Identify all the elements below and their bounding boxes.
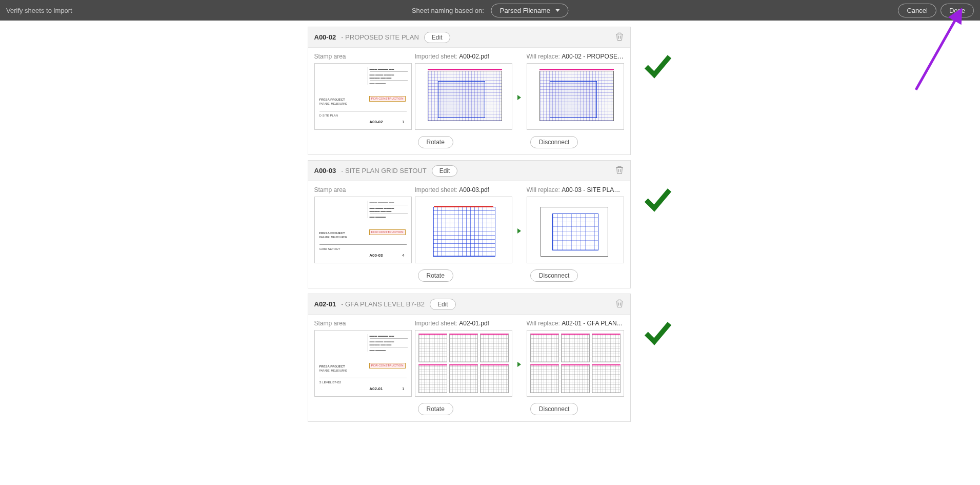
naming-label: Sheet naming based on: <box>412 7 484 14</box>
imported-thumbnail[interactable] <box>415 63 512 130</box>
replace-thumbnail[interactable] <box>527 197 624 263</box>
delete-button[interactable] <box>615 165 624 177</box>
action-row: Rotate Disconnect <box>314 403 624 415</box>
naming-dropdown-value: Parsed Filename <box>500 7 550 14</box>
arrow-icon <box>515 331 524 398</box>
header-title: Verify sheets to import <box>6 7 72 14</box>
rotate-button[interactable]: Rotate <box>418 403 453 415</box>
imported-column: Imported sheet: A00-03.pdf <box>415 186 512 263</box>
rotate-button[interactable]: Rotate <box>418 269 453 282</box>
action-row: Rotate Disconnect <box>314 269 624 282</box>
stamp-column: Stamp area ▬▬▬ ▬▬▬▬ ▬▬ ▬▬ ▬▬▬ ▬▬▬▬ ▬▬▬▬ … <box>314 186 412 263</box>
replace-thumbnail[interactable] <box>527 330 624 397</box>
stamp-column: Stamp area ▬▬▬ ▬▬▬▬ ▬▬ ▬▬ ▬▬▬ ▬▬▬▬ ▬▬▬▬ … <box>314 53 412 130</box>
imported-label: Imported sheet: A00-03.pdf <box>415 186 512 193</box>
status-checkmark <box>643 186 673 218</box>
status-checkmark <box>643 52 673 84</box>
stamp-label: Stamp area <box>314 186 412 193</box>
imported-label: Imported sheet: A00-02.pdf <box>415 53 512 60</box>
edit-button[interactable]: Edit <box>424 32 450 43</box>
sheet-title: - SITE PLAN GRID SETOUT <box>341 167 427 174</box>
stamp-column: Stamp area ▬▬▬ ▬▬▬▬ ▬▬ ▬▬ ▬▬▬ ▬▬▬▬ ▬▬▬▬ … <box>314 320 412 397</box>
header-center: Sheet naming based on: Parsed Filename <box>412 4 568 17</box>
done-button[interactable]: Done <box>941 4 974 17</box>
sheet-id: A00-03 <box>314 167 336 174</box>
chevron-down-icon <box>555 9 559 12</box>
arrow-icon <box>515 198 524 264</box>
delete-button[interactable] <box>615 298 624 310</box>
card-header: A00-02 - PROPOSED SITE PLAN Edit <box>308 27 630 48</box>
card-body: Stamp area ▬▬▬ ▬▬▬▬ ▬▬ ▬▬ ▬▬▬ ▬▬▬▬ ▬▬▬▬ … <box>308 181 630 288</box>
delete-button[interactable] <box>615 31 624 43</box>
sheet-id: A02-01 <box>314 300 336 308</box>
edit-button[interactable]: Edit <box>432 165 458 177</box>
stamp-thumbnail[interactable]: ▬▬▬ ▬▬▬▬ ▬▬ ▬▬ ▬▬▬ ▬▬▬▬ ▬▬▬▬ ▬▬ ▬▬ ▬▬ ▬▬… <box>314 330 412 397</box>
stamp-thumbnail[interactable]: ▬▬▬ ▬▬▬▬ ▬▬ ▬▬ ▬▬▬ ▬▬▬▬ ▬▬▬▬ ▬▬ ▬▬ ▬▬ ▬▬… <box>314 63 412 130</box>
naming-dropdown[interactable]: Parsed Filename <box>491 4 568 17</box>
content-area: A00-02 - PROPOSED SITE PLAN Edit Stamp a… <box>0 21 980 422</box>
trash-icon <box>615 298 624 308</box>
card-header: A00-03 - SITE PLAN GRID SETOUT Edit <box>308 161 630 181</box>
disconnect-button[interactable]: Disconnect <box>530 136 578 148</box>
sheet-title: - GFA PLANS LEVEL B7-B2 <box>341 300 425 308</box>
rotate-button[interactable]: Rotate <box>418 136 453 148</box>
imported-label: Imported sheet: A02-01.pdf <box>415 320 512 327</box>
imported-thumbnail[interactable] <box>415 330 512 397</box>
card-header: A02-01 - GFA PLANS LEVEL B7-B2 Edit <box>308 294 630 315</box>
check-icon <box>643 52 673 82</box>
imported-column: Imported sheet: A00-02.pdf <box>415 53 512 130</box>
trash-icon <box>615 165 624 175</box>
arrow-icon <box>515 64 524 131</box>
card-body: Stamp area ▬▬▬ ▬▬▬▬ ▬▬ ▬▬ ▬▬▬ ▬▬▬▬ ▬▬▬▬ … <box>308 315 630 421</box>
replace-thumbnail[interactable] <box>527 63 624 130</box>
check-icon <box>643 186 673 216</box>
sheet-card: A02-01 - GFA PLANS LEVEL B7-B2 Edit Stam… <box>308 294 631 422</box>
cancel-button[interactable]: Cancel <box>898 4 936 17</box>
stamp-label: Stamp area <box>314 320 412 327</box>
sheet-row: A02-01 - GFA PLANS LEVEL B7-B2 Edit Stam… <box>308 294 673 422</box>
stamp-thumbnail[interactable]: ▬▬▬ ▬▬▬▬ ▬▬ ▬▬ ▬▬▬ ▬▬▬▬ ▬▬▬▬ ▬▬ ▬▬ ▬▬ ▬▬… <box>314 197 412 263</box>
stamp-label: Stamp area <box>314 53 412 60</box>
edit-button[interactable]: Edit <box>430 299 456 310</box>
sheet-card: A00-03 - SITE PLAN GRID SETOUT Edit Stam… <box>308 160 631 288</box>
imported-thumbnail[interactable] <box>415 197 512 263</box>
sheet-row: A00-03 - SITE PLAN GRID SETOUT Edit Stam… <box>308 160 673 288</box>
sheet-row: A00-02 - PROPOSED SITE PLAN Edit Stamp a… <box>308 27 673 155</box>
disconnect-button[interactable]: Disconnect <box>530 403 578 415</box>
replace-column: Will replace: A00-03 - SITE PLA… <box>527 186 624 263</box>
replace-label: Will replace: A02-01 - GFA PLAN… <box>527 320 624 327</box>
trash-icon <box>615 31 624 42</box>
card-body: Stamp area ▬▬▬ ▬▬▬▬ ▬▬ ▬▬ ▬▬▬ ▬▬▬▬ ▬▬▬▬ … <box>308 48 630 154</box>
header-bar: Verify sheets to import Sheet naming bas… <box>0 0 980 21</box>
check-icon <box>643 319 673 349</box>
sheet-card: A00-02 - PROPOSED SITE PLAN Edit Stamp a… <box>308 27 631 155</box>
replace-column: Will replace: A00-02 - PROPOSE… <box>527 53 624 130</box>
status-checkmark <box>643 319 673 351</box>
sheet-id: A00-02 <box>314 33 336 41</box>
replace-label: Will replace: A00-02 - PROPOSE… <box>527 53 624 60</box>
action-row: Rotate Disconnect <box>314 136 624 148</box>
replace-label: Will replace: A00-03 - SITE PLA… <box>527 186 624 193</box>
imported-column: Imported sheet: A02-01.pdf <box>415 320 512 397</box>
header-actions: Cancel Done <box>898 4 974 17</box>
sheet-title: - PROPOSED SITE PLAN <box>341 33 419 41</box>
disconnect-button[interactable]: Disconnect <box>530 269 578 282</box>
replace-column: Will replace: A02-01 - GFA PLAN… <box>527 320 624 397</box>
